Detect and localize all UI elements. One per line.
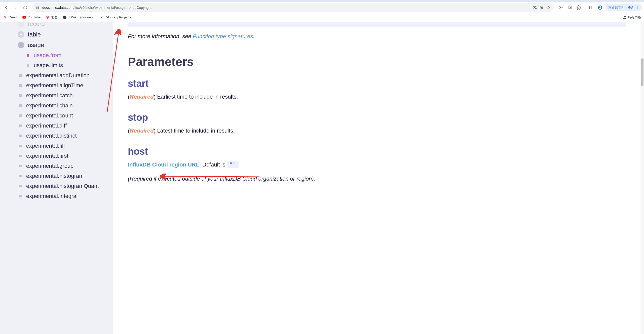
zlib-icon: Y [100,15,104,19]
page-content: record table usage usage.from usage.limi… [0,22,644,334]
bullet-icon [19,124,22,127]
sidebar-nav: record table usage usage.from usage.limi… [0,22,113,334]
param-host-desc: InfluxDB Cloud region URL. Default is ""… [128,161,626,168]
address-bar[interactable]: docs.influxdata.com/flux/v0/stdlib/exper… [32,3,554,12]
sidebar-item-experimental[interactable]: experimental.count [18,111,108,121]
extensions-icon[interactable] [575,4,583,12]
url-text: docs.influxdata.com/flux/v0/stdlib/exper… [42,6,531,10]
bullet-icon [19,84,22,87]
bookmark-zlib[interactable]: Y Z-Library Project -... [100,15,134,19]
expand-icon [18,22,24,27]
type-signatures-link[interactable]: Function type signatures [193,33,253,39]
bullet-icon [19,114,22,117]
youtube-icon [22,15,26,19]
sidebar-item-experimental[interactable]: experimental.integral [18,191,108,201]
bullet-icon [27,64,29,67]
svg-rect-3 [569,7,571,8]
svg-point-1 [560,7,561,8]
scrollbar-thumb[interactable] [641,58,643,86]
collapse-icon [18,42,24,48]
sidepanel-icon[interactable] [587,4,595,12]
bullet-icon [19,175,22,177]
sidebar-item-usage-limits[interactable]: usage.limits [25,60,108,70]
bookmark-youtube[interactable]: YouTube [22,15,41,19]
sidebar-item-experimental[interactable]: experimental.catch [18,91,108,101]
info-note: For more information, see Function type … [128,33,626,40]
sidebar-item-table[interactable]: table [18,29,108,40]
back-button[interactable] [2,4,10,12]
sidebar-item-experimental[interactable]: experimental.chain [18,101,108,111]
twiki-icon [63,15,67,19]
param-stop-heading: stop [128,112,626,123]
param-start-heading: start [128,78,626,89]
sidebar-item-record[interactable]: record [18,22,108,29]
sidebar-item-experimental[interactable]: experimental.group [18,161,108,171]
profile-icon[interactable] [596,4,604,12]
main-content: For more information, see Function type … [113,22,641,334]
bookmark-star-icon[interactable] [546,6,550,10]
bullet-icon [19,165,22,167]
bullet-icon [19,145,22,147]
param-stop-desc: (Required) Latest time to include in res… [128,128,626,134]
browser-toolbar: docs.influxdata.com/flux/v0/stdlib/exper… [0,2,644,13]
scrollbar-track[interactable] [640,22,644,334]
gmail-icon: M [3,15,7,19]
sidebar-item-experimental[interactable]: experimental.histogramQuant [18,181,108,191]
sidebar-item-experimental[interactable]: experimental.histogram [18,171,108,181]
bookmarks-bar: M Gmail YouTube 地图 T Wiki （docker） Y Z-L… [0,13,644,22]
param-host-heading: host [128,146,626,157]
bullet-icon [19,104,22,107]
svg-point-6 [599,6,601,8]
param-start-desc: (Required) Earliest time to include in r… [128,94,626,100]
bullet-icon [19,185,22,187]
sidebar-item-usage-from[interactable]: usage.from [25,50,108,60]
maps-icon [46,15,50,19]
bullet-icon [19,155,22,157]
sidebar-item-experimental[interactable]: experimental.diff [18,121,108,131]
svg-point-7 [637,6,637,7]
update-button[interactable]: 重新启动即可更新 [605,4,642,11]
zoom-icon[interactable] [540,6,544,10]
extension-icon-2[interactable] [566,4,574,12]
sidebar-item-experimental[interactable]: experimental.fill [18,141,108,151]
sidebar-item-experimental[interactable]: experimental.first [18,151,108,161]
influxdb-region-link[interactable]: InfluxDB Cloud region URL [128,161,199,168]
svg-rect-4 [589,6,593,9]
bookmark-gmail[interactable]: M Gmail [3,15,17,19]
bullet-icon [19,135,22,137]
sidebar-item-experimental[interactable]: experimental.alignTime [18,80,108,91]
folder-icon [622,15,626,19]
bullet-icon [19,74,22,77]
expand-icon [18,31,24,38]
svg-point-9 [637,8,637,9]
bookmark-maps[interactable]: 地图 [46,15,58,20]
bookmark-twiki[interactable]: T Wiki （docker） [63,15,95,20]
tab-strip [0,0,644,2]
sidebar-item-experimental[interactable]: experimental.addDuration [18,70,108,80]
param-host-note: (Required if executed outside of your In… [128,176,626,182]
sidebar-item-usage[interactable]: usage [18,40,108,50]
parameters-heading: Parameters [128,55,626,69]
bullet-icon [27,54,29,57]
forward-button[interactable] [12,4,20,12]
svg-point-8 [637,7,637,8]
code-block-edge [128,22,626,27]
sidebar-item-experimental[interactable]: experimental.distinct [18,131,108,141]
reload-button[interactable] [21,4,29,12]
default-value-code: "" [227,161,239,168]
svg-rect-2 [568,6,571,9]
bookmark-all[interactable]: 所有书签 [622,15,641,20]
site-settings-icon[interactable] [36,6,40,10]
translate-icon[interactable] [533,6,537,10]
svg-point-12 [63,16,66,19]
extension-icon-1[interactable] [557,4,565,12]
bullet-icon [19,94,22,97]
svg-point-11 [47,16,48,17]
bullet-icon [19,195,22,197]
separator [585,5,585,10]
